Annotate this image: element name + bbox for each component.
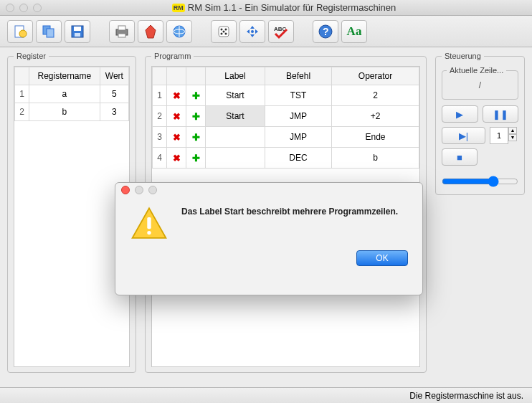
add-row-icon[interactable]: ✚	[189, 89, 202, 102]
delete-row-icon[interactable]: ✖	[170, 110, 183, 123]
pause-icon: ❚❚	[493, 109, 508, 120]
row-number: 4	[153, 148, 167, 169]
svg-rect-6	[75, 33, 80, 37]
register-value-cell[interactable]: 3	[100, 103, 128, 121]
save-button[interactable]	[65, 20, 90, 43]
row-number: 2	[15, 103, 29, 121]
svg-point-16	[221, 32, 223, 34]
operator-cell[interactable]: +2	[332, 106, 419, 127]
operator-cell[interactable]: 2	[332, 85, 419, 106]
app-badge-icon: RM	[172, 4, 185, 12]
program-header-row: Label Befehl Operator	[153, 67, 419, 85]
window-titlebar: RM RM Sim 1.1 - Ein Simulator für Regist…	[0, 0, 532, 16]
program-table[interactable]: Label Befehl Operator 1 ✖ ✚ Start TST 2 …	[152, 67, 419, 169]
col-label: Label	[206, 67, 265, 85]
print-icon	[114, 24, 130, 39]
control-panel-title: Steuerung	[442, 52, 484, 60]
web-button[interactable]	[166, 20, 192, 43]
operator-cell[interactable]: b	[332, 148, 419, 169]
copy-button[interactable]	[36, 20, 62, 43]
register-table[interactable]: Registername Wert 1 a 5 2 b 3	[14, 67, 129, 121]
register-row[interactable]: 1 a 5	[15, 85, 129, 103]
traffic-lights	[6, 4, 42, 12]
label-cell[interactable]: Start	[206, 85, 265, 106]
maximize-window-icon[interactable]	[33, 4, 42, 12]
delete-row-icon[interactable]: ✖	[170, 89, 183, 102]
row-number: 1	[15, 85, 29, 103]
new-button[interactable]	[7, 20, 33, 43]
register-name-cell[interactable]: a	[29, 85, 100, 103]
svg-point-14	[221, 28, 223, 30]
dialog-minimize-icon	[135, 186, 143, 194]
pdf-button[interactable]	[138, 20, 163, 43]
window-title: RM RM Sim 1.1 - Ein Simulator für Regist…	[42, 2, 526, 13]
print-button[interactable]	[109, 20, 135, 43]
label-cell[interactable]	[206, 127, 265, 148]
close-window-icon[interactable]	[6, 4, 14, 12]
pause-button[interactable]: ❚❚	[483, 105, 519, 123]
svg-rect-5	[74, 27, 81, 31]
web-icon	[171, 24, 187, 39]
window-title-text: RM Sim 1.1 - Ein Simulator für Registerm…	[188, 2, 396, 13]
stop-icon: ■	[457, 152, 462, 163]
minimize-window-icon[interactable]	[19, 4, 28, 12]
operator-cell[interactable]: Ende	[332, 127, 419, 148]
program-row[interactable]: 3 ✖ ✚ JMP Ende	[153, 127, 419, 148]
stop-button[interactable]: ■	[442, 148, 478, 166]
move-button[interactable]	[239, 20, 265, 43]
step-count-input[interactable]	[490, 127, 508, 144]
dice-button[interactable]	[211, 20, 237, 43]
program-row[interactable]: 4 ✖ ✚ DEC b	[153, 148, 419, 169]
play-icon: ▶	[456, 109, 463, 120]
svg-point-19	[251, 30, 254, 33]
command-cell[interactable]: DEC	[265, 148, 332, 169]
col-registername: Registername	[29, 67, 100, 85]
row-number: 2	[153, 106, 167, 127]
step-count-stepper[interactable]: ▲ ▼	[490, 127, 518, 144]
font-icon: Aa	[347, 24, 362, 39]
svg-rect-9	[118, 34, 125, 37]
program-row[interactable]: 2 ✖ ✚ Start JMP +2	[153, 106, 419, 127]
program-row[interactable]: 1 ✖ ✚ Start TST 2	[153, 85, 419, 106]
step-button[interactable]: ▶|	[442, 127, 485, 144]
add-row-icon[interactable]: ✚	[189, 151, 202, 164]
svg-text:?: ?	[323, 26, 329, 37]
font-button[interactable]: Aa	[341, 20, 367, 43]
alert-dialog: Das Label Start beschreibt mehrere Progr…	[115, 182, 423, 295]
col-operator: Operator	[332, 67, 419, 85]
play-button[interactable]: ▶	[442, 105, 478, 123]
help-button[interactable]: ?	[313, 20, 338, 43]
delete-row-icon[interactable]: ✖	[170, 131, 183, 143]
dialog-close-icon[interactable]	[121, 186, 130, 194]
current-line-title: Aktuelle Zeile...	[447, 66, 506, 75]
speed-slider[interactable]	[442, 176, 518, 187]
dialog-titlebar	[115, 183, 422, 197]
dialog-message: Das Label Start beschreibt mehrere Progr…	[181, 204, 398, 243]
delete-row-icon[interactable]: ✖	[170, 151, 183, 164]
svg-rect-8	[118, 26, 125, 30]
save-icon	[70, 24, 85, 39]
command-cell[interactable]: JMP	[265, 106, 332, 127]
add-row-icon[interactable]: ✚	[189, 131, 202, 143]
add-row-icon[interactable]: ✚	[189, 110, 202, 123]
current-line-value: /	[447, 80, 513, 90]
svg-point-15	[225, 28, 227, 30]
register-row[interactable]: 2 b 3	[15, 103, 129, 121]
label-cell[interactable]: Start	[206, 106, 265, 127]
col-befehl: Befehl	[265, 67, 332, 85]
svg-point-1	[19, 30, 27, 37]
status-bar: Die Registermaschine ist aus.	[0, 387, 532, 403]
svg-rect-3	[47, 29, 54, 37]
ok-button[interactable]: OK	[356, 250, 408, 266]
label-cell[interactable]	[206, 148, 265, 169]
step-up-icon[interactable]: ▲	[508, 127, 517, 134]
program-panel-title: Programm	[151, 52, 194, 60]
register-value-cell[interactable]: 5	[100, 85, 128, 103]
command-cell[interactable]: JMP	[265, 127, 332, 148]
step-down-icon[interactable]: ▼	[508, 134, 517, 141]
svg-point-24	[147, 231, 151, 234]
register-name-cell[interactable]: b	[29, 103, 100, 121]
spellcheck-button[interactable]: ABC	[268, 20, 294, 43]
spellcheck-icon: ABC	[272, 24, 290, 39]
command-cell[interactable]: TST	[265, 85, 332, 106]
